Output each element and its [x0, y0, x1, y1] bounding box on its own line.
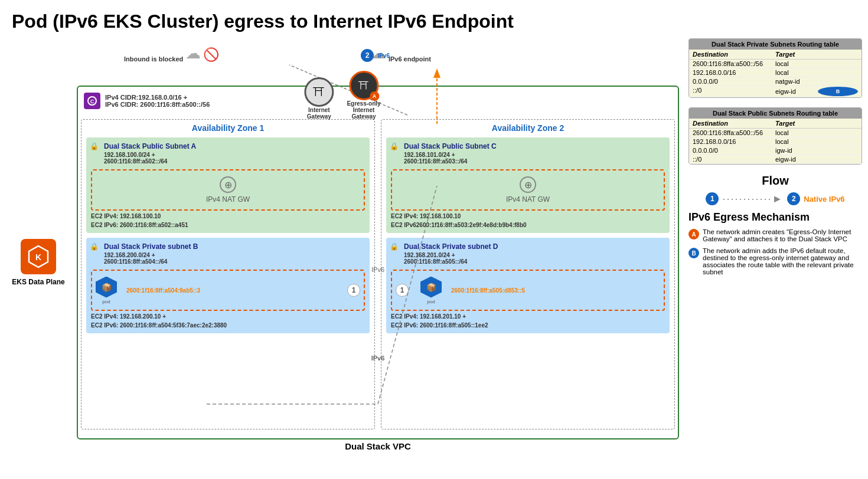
inbound-blocked-area: Inbound is blocked ☁ 🚫: [124, 44, 219, 63]
egress-only-gateway: ⛩ A Egress-only Internet Gateway: [347, 71, 380, 120]
az2-pod-box: 1 📦 pod 2600:1f16:8ff:a505:d853::5: [391, 270, 665, 311]
page-title: Pod (IPv6 EKS Cluster) egress to Interne…: [0, 0, 868, 38]
az1-nat-gw-box: ⊕ IPv4 NAT GW: [91, 169, 365, 211]
eks-data-plane-label: K EKS Data Plane: [6, 239, 71, 286]
az1-pod-box: 📦 pod 2600:1f16:8ff:a504:9ab5::3 1: [91, 270, 365, 311]
internet-gateway: ⛩ Internet Gateway: [304, 77, 334, 120]
ipv6-label-center: IPv6: [371, 355, 385, 362]
ipv6-label-center2: IPv6: [371, 266, 384, 273]
badge-2-top: 2 IPv6: [361, 49, 390, 62]
sidebar: Dual Stack Private Subnets Routing table…: [679, 38, 862, 479]
vpc-box: C IPv4 CIDR:192.168.0.0/16 + IPv6 CIDR: …: [77, 86, 679, 439]
mechanism-section: IPv6 Egress Mechanism A The network admi…: [688, 211, 862, 275]
gateways-area: ⛩ Internet Gateway ⛩ A Egress-only Inter…: [301, 71, 384, 120]
az2-zone: Availability Zone 2 🔒 Dual Stack Public …: [381, 119, 675, 429]
svg-text:C: C: [90, 99, 94, 104]
az2-private-subnet: 🔒 Dual Stack Private subnet D 192.168.20…: [386, 238, 670, 333]
az2-nat-gw-box: ⊕ IPv4 NAT GW: [391, 169, 665, 211]
az1-zone: Availability Zone 1 🔒 Dual Stack Public …: [81, 119, 375, 429]
az1-private-subnet: 🔒 Dual Stack Private subnet B 192.168.20…: [86, 238, 370, 333]
vpc-cidr-info: C IPv4 CIDR:192.168.0.0/16 + IPv6 CIDR: …: [84, 93, 210, 109]
az1-public-subnet: 🔒 Dual Stack Public Subnet A 192.168.100…: [86, 137, 370, 233]
flow-section: Flow 1 ············► 2 Native IPv6: [688, 174, 862, 205]
az2-public-subnet: 🔒 Dual Stack Public Subnet C 192.168.101…: [386, 137, 670, 233]
vpc-label: Dual Stack VPC: [345, 441, 411, 451]
private-routing-table: Dual Stack Private Subnets Routing table…: [688, 38, 862, 98]
public-routing-table: Dual Stack Public Subnets Routing table …: [688, 107, 862, 165]
svg-text:K: K: [35, 252, 41, 262]
